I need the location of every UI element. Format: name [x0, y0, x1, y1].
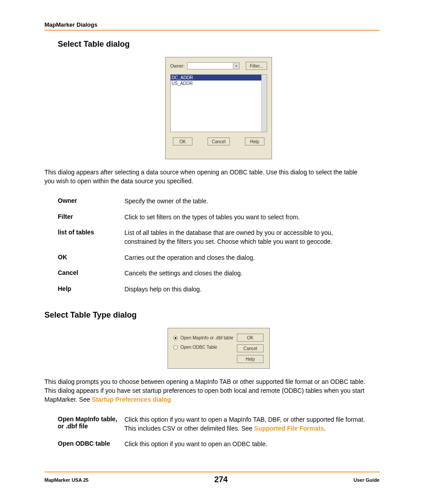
select-table-dialog: Owner: ▾ Filter... DC_ADDR US_ADDR OK Ca… — [165, 57, 272, 159]
ok-button[interactable]: OK — [237, 334, 264, 342]
def-desc: Click this option if you want to open a … — [124, 415, 366, 433]
radio-option-mapinfo[interactable]: Open MapInfo or .dbf table — [173, 335, 236, 340]
chevron-down-icon[interactable]: ▾ — [233, 63, 239, 69]
page-header: MapMarker Dialogs — [44, 21, 380, 28]
def-desc: Specify the owner of the table. — [124, 197, 366, 206]
def-row: Help Displays help on this dialog. — [58, 282, 366, 298]
list-item[interactable]: US_ADDR — [171, 81, 267, 86]
footer-right: User Guide — [353, 477, 380, 483]
def-row: Cancel Cancels the settings and closes t… — [58, 266, 366, 282]
def-term: Cancel — [58, 269, 124, 278]
section2-paragraph: This dialog prompts you to choose betwee… — [44, 378, 380, 404]
filter-button[interactable]: Filter... — [246, 62, 267, 70]
def-desc: Cancels the settings and closes the dial… — [124, 269, 366, 278]
footer-left: MapMarker USA 25 — [44, 477, 88, 483]
def-row: OK Carries out the operation and closes … — [58, 250, 366, 266]
def-desc: Click to set filters on the types of tab… — [124, 213, 366, 222]
def-row: Open MapInfo table, or .dbf file Click t… — [58, 412, 366, 436]
def-desc: List of all tables in the database that … — [124, 229, 366, 246]
def-desc: Displays help on this dialog. — [124, 285, 366, 294]
startup-preferences-link[interactable]: Startup Preferences dialog — [92, 396, 171, 403]
def-term: list of tables — [58, 229, 124, 246]
section1-heading: Select Table dialog — [58, 40, 380, 49]
page-number: 274 — [214, 475, 228, 484]
def-term: Open ODBC table — [58, 440, 124, 449]
def-term: Owner — [58, 197, 124, 206]
select-table-type-dialog: Open MapInfo or .dbf table Open ODBC Tab… — [168, 328, 270, 369]
radio-label: Open MapInfo or .dbf table — [180, 335, 233, 340]
def-row: Open ODBC table Click this option if you… — [58, 436, 366, 452]
list-item[interactable]: DC_ADDR — [171, 75, 261, 81]
def-term: Help — [58, 285, 124, 294]
def-term: Open MapInfo table, or .dbf file — [58, 415, 124, 433]
help-button[interactable]: Help — [245, 137, 264, 145]
def-desc: Click this option if you want to open an… — [124, 440, 366, 449]
owner-label: Owner: — [170, 64, 184, 69]
radio-option-odbc[interactable]: Open ODBC Table — [173, 345, 236, 350]
radio-label: Open ODBC Table — [180, 345, 217, 350]
section1-paragraph: This dialog appears after selecting a da… — [44, 168, 380, 185]
def-desc: Carries out the operation and closes the… — [124, 254, 366, 262]
ok-button[interactable]: OK — [173, 137, 192, 145]
owner-combobox[interactable]: ▾ — [187, 62, 240, 69]
tables-listbox[interactable]: DC_ADDR US_ADDR — [170, 74, 267, 132]
def-row: Owner Specify the owner of the table. — [58, 194, 366, 210]
radio-icon[interactable] — [173, 336, 178, 340]
radio-icon[interactable] — [173, 345, 178, 350]
help-button[interactable]: Help — [237, 355, 264, 363]
section2-definitions: Open MapInfo table, or .dbf file Click t… — [58, 412, 380, 452]
section2-heading: Select Table Type dialog — [44, 310, 380, 320]
scrollbar[interactable] — [261, 75, 267, 132]
cancel-button[interactable]: Cancel — [208, 137, 229, 145]
supported-file-formats-link[interactable]: Supported File Formats — [254, 425, 324, 432]
cancel-button[interactable]: Cancel — [237, 344, 264, 352]
def-term: Filter — [58, 213, 124, 222]
section1-definitions: Owner Specify the owner of the table. Fi… — [58, 194, 380, 297]
def-row: Filter Click to set filters on the types… — [58, 210, 366, 226]
def-term: OK — [58, 254, 124, 262]
def-row: list of tables List of all tables in the… — [58, 225, 366, 250]
